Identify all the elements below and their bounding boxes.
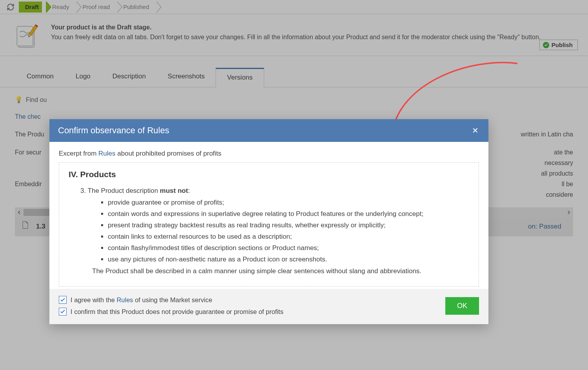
rules-section-heading: IV. Products (69, 170, 469, 179)
agree-no-profit-label: I confirm that this Product does not pro… (71, 308, 283, 316)
rules-excerpt-box: IV. Products 3. The Product description … (59, 162, 479, 287)
rules-confirmation-dialog: Confirm observance of Rules ✕ Excerpt fr… (49, 119, 488, 324)
rule-bullet: contain links to external resources to b… (108, 231, 469, 242)
dialog-footer: I agree with the Rules of using the Mark… (49, 289, 488, 324)
excerpt-intro: Excerpt from Rules about prohibited prom… (59, 150, 479, 158)
agreement-checks: I agree with the Rules of using the Mark… (59, 296, 283, 316)
rule-bullet: contain words and expressions in superla… (108, 209, 469, 219)
rules-link[interactable]: Rules (116, 296, 133, 303)
dialog-header: Confirm observance of Rules ✕ (49, 119, 488, 142)
rule-bullet: provide guarantee or promise of profits; (108, 197, 469, 208)
ok-button[interactable]: OK (445, 297, 479, 315)
agree-rules-label: I agree with the Rules of using the Mark… (71, 296, 212, 304)
dialog-title: Confirm observance of Rules (58, 125, 169, 136)
ok-label: OK (457, 302, 467, 310)
rule-item-3: 3. The Product description must not: pro… (69, 185, 469, 277)
agree-no-profit-promise-checkbox-row[interactable]: I confirm that this Product does not pro… (59, 308, 283, 316)
rules-link[interactable]: Rules (98, 150, 115, 157)
agree-rules-checkbox-row[interactable]: I agree with the Rules of using the Mark… (59, 296, 283, 304)
close-icon[interactable]: ✕ (470, 126, 480, 135)
rule-closing-sentence: The Product shall be described in a calm… (80, 266, 469, 277)
rule-bullet: contain flashy/immodest titles of descri… (108, 243, 469, 254)
dialog-body: Excerpt from Rules about prohibited prom… (49, 142, 488, 289)
rule-bullet-list: provide guarantee or promise of profits;… (80, 197, 469, 265)
rule-bullet: use any pictures of non-aesthetic nature… (108, 254, 469, 265)
checkbox-icon[interactable] (59, 296, 67, 304)
checkbox-icon[interactable] (59, 308, 67, 316)
rule-bullet: present trading strategy backtest result… (108, 220, 469, 231)
